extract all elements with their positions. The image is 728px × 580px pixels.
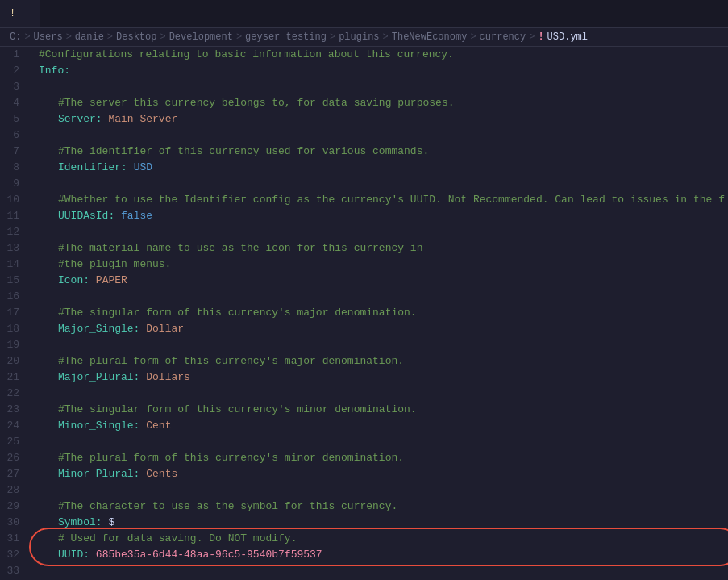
line-number-28: 28: [0, 482, 32, 499]
line-number-25: 25: [0, 434, 32, 450]
token-comment: #Configurations relating to basic inform…: [39, 48, 454, 61]
line-content-18: Major_Single: Dollar: [32, 321, 728, 337]
code-line-20: 20#The plural form of this currency's ma…: [0, 353, 728, 369]
token-value-str: Cents: [146, 468, 177, 480]
line-content-24: Minor_Single: Cent: [32, 418, 728, 434]
code-line-7: 7#The identifier of this currency used f…: [0, 144, 728, 160]
token-comment: #The singular form of this currency's mi…: [58, 403, 417, 415]
token-comment: #The server this currency belongs to, fo…: [58, 97, 454, 109]
code-line-22: 22: [0, 386, 728, 402]
token-key: UUIDAsId:: [58, 210, 114, 222]
line-number-8: 8: [0, 160, 32, 176]
line-number-19: 19: [0, 337, 32, 353]
line-number-26: 26: [0, 450, 32, 466]
line-number-21: 21: [0, 369, 32, 386]
line-number-20: 20: [0, 353, 32, 369]
tab-warning-icon: !: [10, 8, 15, 19]
line-content-20: #The plural form of this currency's majo…: [32, 353, 728, 369]
line-number-17: 17: [0, 305, 32, 321]
code-line-16: 16: [0, 289, 728, 305]
line-content-2: Info:: [32, 63, 728, 79]
code-line-31: 31# Used for data saving. Do NOT modify.: [0, 531, 728, 547]
line-content-5: Server: Main Server: [32, 111, 728, 127]
token-space: [127, 161, 134, 173]
token-key: Identifier:: [58, 161, 127, 173]
token-comment: #The character to use as the symbol for …: [58, 500, 397, 512]
line-number-29: 29: [0, 499, 32, 515]
token-key: Minor_Plural:: [58, 468, 139, 480]
line-number-23: 23: [0, 402, 32, 418]
code-line-18: 18Major_Single: Dollar: [0, 321, 728, 337]
code-line-11: 11UUIDAsId: false: [0, 208, 728, 224]
token-comment: #The plural form of this currency's mino…: [58, 452, 404, 464]
line-number-15: 15: [0, 273, 32, 289]
code-line-9: 9: [0, 176, 728, 192]
code-line-25: 25: [0, 434, 728, 450]
line-number-1: 1: [0, 47, 32, 63]
token-value-blue: false: [121, 210, 152, 222]
line-content-13: #The material name to use as the icon fo…: [32, 240, 728, 257]
line-number-22: 22: [0, 386, 32, 402]
tab-close-button[interactable]: [25, 12, 30, 15]
line-number-30: 30: [0, 515, 32, 531]
line-content-31: # Used for data saving. Do NOT modify.: [32, 531, 728, 547]
token-comment: #The material name to use as the icon fo…: [58, 242, 422, 254]
token-space: [89, 274, 96, 286]
line-number-3: 3: [0, 79, 32, 95]
line-number-24: 24: [0, 418, 32, 434]
token-key: Server:: [58, 113, 102, 125]
line-content-27: Minor_Plural: Cents: [32, 466, 728, 482]
token-comment: #The plural form of this currency's majo…: [58, 355, 404, 367]
line-number-16: 16: [0, 289, 32, 305]
line-number-5: 5: [0, 111, 32, 127]
token-key: Icon:: [58, 274, 89, 286]
code-line-1: 1#Configurations relating to basic infor…: [0, 47, 728, 63]
token-space: [89, 549, 96, 561]
line-number-18: 18: [0, 321, 32, 337]
token-value-blue: USD: [134, 161, 152, 173]
line-number-31: 31: [0, 531, 32, 547]
line-number-33: 33: [0, 563, 32, 579]
line-number-12: 12: [0, 224, 32, 240]
line-content-10: #Whether to use the Identifier config as…: [32, 192, 728, 208]
token-comment: #Whether to use the Identifier config as…: [58, 194, 725, 206]
token-space: [114, 210, 121, 222]
token-key: Major_Single:: [58, 323, 139, 335]
code-line-14: 14#the plugin menus.: [0, 257, 728, 273]
line-content-26: #The plural form of this currency's mino…: [32, 450, 728, 466]
line-number-7: 7: [0, 144, 32, 160]
code-line-27: 27Minor_Plural: Cents: [0, 466, 728, 482]
line-content-14: #the plugin menus.: [32, 257, 728, 273]
code-line-4: 4#The server this currency belongs to, f…: [0, 95, 728, 111]
line-number-4: 4: [0, 95, 32, 111]
token-key: Symbol:: [58, 516, 102, 528]
code-line-15: 15Icon: PAPER: [0, 273, 728, 289]
line-number-10: 10: [0, 192, 32, 208]
token-key: Minor_Single:: [58, 419, 139, 432]
token-comment: #The identifier of this currency used fo…: [58, 145, 429, 157]
line-content-32: UUID: 685be35a-6d44-48aa-96c5-9540b7f595…: [32, 547, 728, 563]
tab-usd-yml[interactable]: !: [0, 0, 40, 27]
tab-bar: !: [0, 0, 728, 28]
token-value-str: Dollars: [146, 371, 190, 383]
code-line-33: 33: [0, 563, 728, 579]
line-content-4: #The server this currency belongs to, fo…: [32, 95, 728, 111]
code-line-24: 24Minor_Single: Cent: [0, 418, 728, 434]
line-number-13: 13: [0, 240, 32, 257]
code-line-6: 6: [0, 127, 728, 144]
token-value-str: PAPER: [96, 274, 127, 286]
line-content-7: #The identifier of this currency used fo…: [32, 144, 728, 160]
line-number-14: 14: [0, 257, 32, 273]
line-content-1: #Configurations relating to basic inform…: [32, 47, 728, 63]
line-content-17: #The singular form of this currency's ma…: [32, 305, 728, 321]
code-line-29: 29#The character to use as the symbol fo…: [0, 499, 728, 515]
code-line-5: 5Server: Main Server: [0, 111, 728, 127]
code-area[interactable]: 1#Configurations relating to basic infor…: [0, 47, 728, 580]
token-value-str: Main Server: [108, 113, 177, 125]
code-line-26: 26#The plural form of this currency's mi…: [0, 450, 728, 466]
token-key: UUID:: [58, 549, 89, 561]
token-key: Info:: [39, 65, 70, 77]
line-content-11: UUIDAsId: false: [32, 208, 728, 224]
line-content-8: Identifier: USD: [32, 160, 728, 176]
code-line-12: 12: [0, 224, 728, 240]
